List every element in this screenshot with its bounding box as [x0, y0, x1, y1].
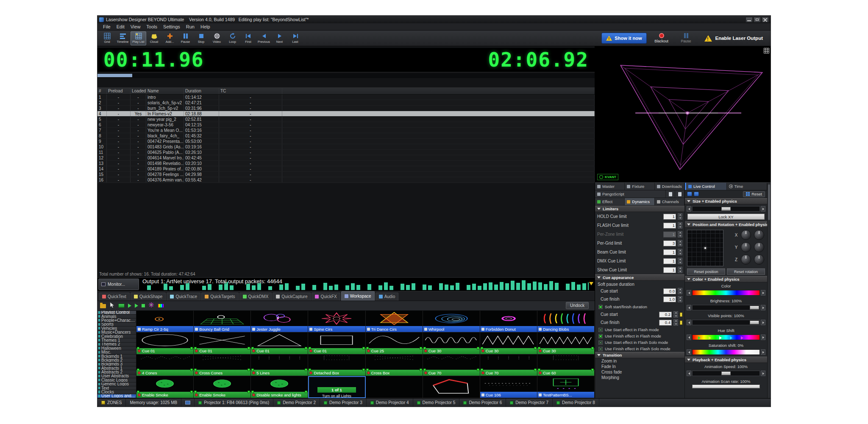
tab-fixture[interactable]: Fixture	[625, 183, 654, 190]
playlist-row-3[interactable]: 3--burn_3ch_5p-v203:31:96-	[97, 106, 595, 111]
playlist-row-9[interactable]: 9--004742 Presenta...05:53:00-	[97, 139, 595, 144]
grid-view-icon[interactable]	[687, 192, 692, 196]
category-misc[interactable]: Misc.	[97, 350, 136, 354]
size-slider-track[interactable]	[692, 206, 760, 212]
category-clocks[interactable]: Clocks	[97, 390, 136, 394]
reset-position-button[interactable]: Reset position	[687, 268, 725, 275]
laser-star-icon[interactable]	[148, 302, 154, 310]
reset-rotation-button[interactable]: Reset rotation	[727, 268, 765, 275]
tab-workspace[interactable]: Workspace	[341, 291, 375, 301]
list-view-icon[interactable]	[694, 192, 699, 196]
close-icon[interactable]	[762, 17, 769, 22]
playlist-column-preload[interactable]: Preload	[107, 88, 131, 94]
cue-enable-smoke[interactable]: Enable Smoke	[194, 376, 251, 398]
cue-cue-30[interactable]: Cue 30	[423, 332, 480, 354]
step-down-icon[interactable]	[678, 299, 682, 302]
value-stepper[interactable]	[678, 258, 682, 264]
monitor-button[interactable]: Monitor...	[98, 279, 139, 290]
toolbar-button-grid[interactable]: Grid	[99, 31, 115, 45]
value-input[interactable]: 3	[663, 240, 676, 246]
tab-quicktext[interactable]: QuickText	[99, 293, 130, 301]
menu-item-run[interactable]: Run	[183, 24, 198, 29]
playlist-column-duration[interactable]: Duration	[184, 88, 219, 94]
step-down-icon[interactable]	[678, 252, 682, 255]
tab-downloads[interactable]: Downloads	[655, 183, 684, 190]
value-stepper[interactable]	[673, 311, 678, 318]
step-down-icon[interactable]	[678, 291, 682, 294]
category-bckgrnds-2[interactable]: Bckgrnds 2	[97, 358, 136, 362]
cue-cue-30[interactable]: Cue 30	[537, 332, 595, 354]
category-bckgrnds-3[interactable]: Bckgrnds 3	[97, 363, 136, 366]
tab-dynamics[interactable]: Dynamics	[625, 198, 654, 205]
increase-icon[interactable]	[761, 371, 765, 376]
category-music-dancers[interactable]: Music+Dancers	[97, 330, 136, 334]
limiters-section-header[interactable]: Limiters	[595, 206, 684, 212]
projector-status-4[interactable]: Demo Projector 4	[367, 399, 413, 407]
cue-cue-01[interactable]: Cue 01	[251, 332, 308, 354]
menu-item-edit[interactable]: Edit	[114, 24, 128, 29]
flag-use-finish-effect-in-flash-mode[interactable]: Use Finish effect in Flash mode	[595, 333, 684, 339]
playlist-row-1[interactable]: 1--intro01:14:12-	[97, 95, 595, 100]
category-themes-2[interactable]: Themes 2	[97, 343, 136, 346]
decrease-icon[interactable]	[687, 335, 691, 340]
step-down-icon[interactable]	[678, 226, 682, 229]
minimize-icon[interactable]	[746, 17, 753, 22]
value-stepper[interactable]	[678, 222, 682, 229]
size-slider-handle[interactable]	[721, 207, 731, 211]
stop-icon[interactable]	[142, 304, 145, 307]
flag-use-start-effect-in-flash-mode[interactable]: Use Start effect in Flash mode	[595, 326, 684, 333]
value-stepper[interactable]	[678, 249, 682, 255]
checkbox-icon[interactable]	[598, 340, 603, 345]
toolbar-button-loop[interactable]: Loop	[225, 31, 240, 45]
scan-rate-bar[interactable]	[692, 385, 760, 388]
category-classic-logos[interactable]: Classic Logos	[97, 378, 136, 382]
cue-cue-01[interactable]: Cue 01	[308, 332, 365, 354]
value-stepper[interactable]	[678, 213, 682, 220]
visible-points-handle[interactable]	[750, 321, 759, 324]
animation-speed-handle[interactable]	[721, 371, 731, 375]
value-input[interactable]: 1	[663, 232, 676, 237]
category-bckgrnds-1[interactable]: Bckgrnds 1	[97, 354, 136, 358]
brightness-handle[interactable]	[750, 306, 759, 310]
value-stepper[interactable]	[678, 267, 682, 273]
category-abstracts-2[interactable]: Abstracts 2	[97, 370, 136, 374]
tab-time[interactable]: Time	[727, 183, 768, 190]
toolbar-button-first[interactable]: First	[240, 31, 256, 45]
playlist-row-5[interactable]: 5--new year pig_202:52.81-	[97, 117, 595, 122]
projector-status-1[interactable]: Projector 1: FB4 06613 (Ping 0ms)	[195, 399, 273, 407]
cue-bouncy-ball-grid[interactable]: Bouncy Ball Grid	[194, 311, 251, 333]
maximize-icon[interactable]	[754, 17, 761, 22]
playlist-row-4[interactable]: 4-YesIn Flames-v202:18.88-	[97, 111, 595, 117]
step-down-icon[interactable]	[673, 315, 678, 318]
menu-item-help[interactable]: Help	[198, 24, 213, 29]
toolbar-button-stop[interactable]: Stop	[193, 31, 209, 45]
cue-appearance-section-header[interactable]: Cue appearance	[595, 274, 684, 281]
projector-status-8[interactable]: Demo Projector 8	[553, 399, 599, 407]
position-knob-z[interactable]	[741, 254, 751, 265]
preview-grid-icon[interactable]	[764, 47, 769, 53]
cue-cue-30[interactable]: Cue 30	[480, 332, 537, 354]
step-up-icon[interactable]	[673, 319, 678, 322]
projector-status-7[interactable]: Demo Projector 7	[506, 399, 553, 407]
toolbar-button-add[interactable]: Add...	[162, 31, 178, 45]
tab-quicktargets[interactable]: QuickTargets	[201, 293, 238, 301]
projector-status-2[interactable]: Demo Projector 2	[273, 399, 320, 407]
category-people-characters[interactable]: People+Characters	[97, 318, 136, 322]
cue-cell-player[interactable]: 1 of 1Turn on all Lights	[308, 376, 365, 398]
value-input[interactable]: 0.4	[659, 320, 672, 326]
tab-quickdmx[interactable]: QuickDMX	[239, 293, 272, 301]
toolbar-button-video[interactable]: Video	[209, 31, 225, 45]
category-abstracts-1[interactable]: Abstracts 1	[97, 366, 136, 370]
blackout-button[interactable]: Blackout	[652, 31, 671, 45]
playlist-row-15[interactable]: 15--004278 Feelings ...04:29.98-	[97, 172, 595, 177]
animation-speed-track[interactable]	[692, 371, 760, 376]
step-up-icon[interactable]	[678, 231, 682, 234]
decrease-icon[interactable]	[687, 371, 691, 376]
hue-shift-bar[interactable]	[692, 335, 760, 340]
cue-enable-smoke[interactable]: Enable Smoke	[136, 376, 194, 398]
cue-cue-106[interactable]: Cue 106	[480, 376, 537, 398]
playlist-row-2[interactable]: 2--solaris_4ch_5p-v202:47:21-	[97, 100, 595, 106]
menu-item-tools[interactable]: Tools	[143, 24, 160, 29]
step-down-icon[interactable]	[678, 243, 682, 246]
value-input[interactable]: 1	[663, 249, 676, 255]
